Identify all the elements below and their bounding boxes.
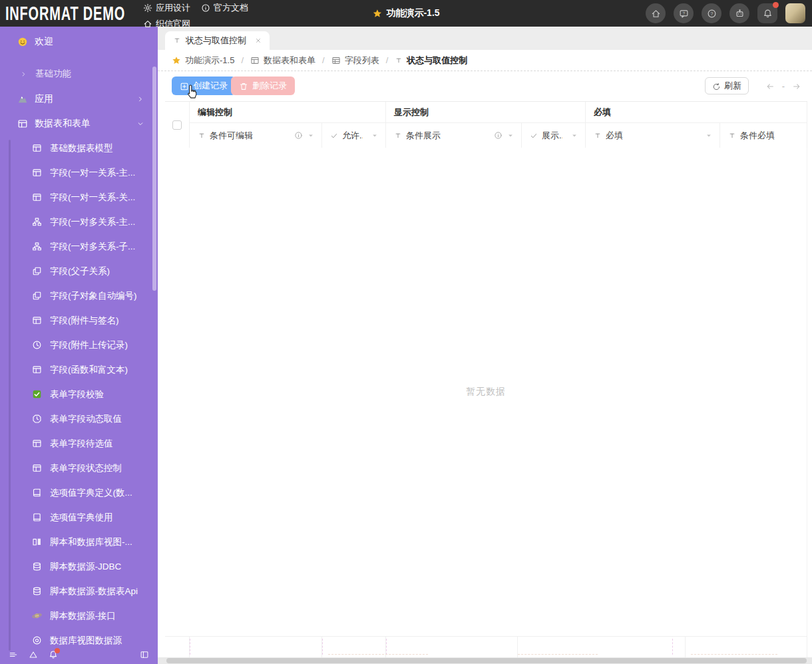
table-icon (32, 143, 42, 153)
prev-page-button[interactable] (765, 82, 775, 91)
sidebar-item-applications[interactable]: 应用 (0, 90, 158, 108)
robot-icon (735, 9, 745, 19)
sidebar-item[interactable]: 字段(一对一关系-关... (0, 185, 158, 210)
column-label: 必填 (606, 130, 623, 142)
sidebar-item[interactable]: 字段(附件上传记录) (0, 333, 158, 357)
nav-label: 官方文档 (214, 2, 248, 14)
delete-record-button[interactable]: 删除记录 (231, 77, 295, 95)
chevron-down-icon (136, 120, 144, 128)
footer-dash-mark (672, 639, 673, 655)
topbar-assistant-button[interactable] (729, 3, 749, 23)
column-filter-button[interactable] (307, 132, 315, 140)
tab-close-button[interactable] (255, 37, 262, 44)
sidebar-scrollbar[interactable] (152, 67, 156, 291)
breadcrumb-item[interactable]: 字段列表 (331, 55, 379, 67)
sidebar-item[interactable]: 字段(一对一关系-主... (0, 160, 158, 185)
sidebar-item[interactable]: 字段(函数和富文本) (0, 357, 158, 382)
column-header[interactable]: 条件展示 (386, 123, 522, 148)
sidebar-item[interactable]: 字段(子对象自动编号) (0, 283, 158, 308)
topbar-help-button[interactable]: ? (702, 3, 721, 23)
sidebar: 欢迎基础功能应用数据表和表单 基础数据表模型字段(一对一关系-主...字段(一对… (0, 27, 158, 664)
sidebar-item[interactable]: 字段(附件与签名) (0, 308, 158, 333)
sidebar-item-label: 脚本数据源-接口 (50, 610, 116, 622)
sidebar-item-welcome[interactable]: 欢迎 (0, 32, 158, 52)
column-header[interactable]: 展示... (522, 123, 586, 148)
sidebar-item[interactable]: 字段(父子关系) (0, 259, 158, 283)
pagination: - (765, 71, 801, 101)
column-label: 展示... (542, 130, 562, 142)
column-header[interactable]: 允许... (322, 123, 386, 148)
topbar-feedback-button[interactable]: ? (674, 3, 694, 23)
sidebar-item[interactable]: 表单字段待选值 (0, 431, 158, 456)
sidebar-bottom-bar (0, 645, 158, 664)
breadcrumb-separator: / (322, 55, 325, 65)
sidebar-item-label: 字段(父子关系) (50, 265, 110, 277)
column-group-row: 编辑控制显示控制必填 (190, 102, 807, 123)
sidebar-item-basic-functions[interactable]: 基础功能 (0, 65, 158, 83)
breadcrumb-item[interactable]: 数据表和表单 (250, 55, 315, 67)
column-filter-button[interactable] (705, 132, 713, 140)
column-info-button[interactable] (294, 131, 303, 140)
column-filter-button[interactable] (371, 132, 379, 140)
topbar-nav-zhixin-website[interactable]: 织信官网 (143, 16, 190, 32)
create-record-button[interactable]: 创建记录 (172, 77, 236, 95)
sidebar-collapse-sidebar-button[interactable] (140, 650, 149, 659)
refresh-button[interactable]: 刷新 (705, 77, 749, 94)
column-filter-button[interactable] (507, 132, 514, 140)
footer-dash-mark (386, 639, 387, 655)
table-icon (17, 118, 28, 129)
tab-status-value-control[interactable]: 状态与取值控制 (165, 31, 270, 50)
breadcrumb-item[interactable]: 状态与取值控制 (395, 55, 467, 67)
select-all-checkbox[interactable] (172, 120, 182, 130)
sidebar-item[interactable]: 表单字段状态控制 (0, 456, 158, 480)
table-footer-cell (190, 637, 322, 657)
sidebar-item[interactable]: 字段(一对多关系-子... (0, 234, 158, 259)
book-icon (32, 488, 42, 498)
records-table-header: 编辑控制显示控制必填 条件可编辑允许...条件展示展示...必填条件必填 (165, 101, 807, 148)
column-label: 条件可编辑 (210, 130, 253, 142)
column-header[interactable]: 条件必填 (720, 123, 807, 148)
topbar-nav-app-design[interactable]: 应用设计 (143, 0, 190, 16)
list-icon (331, 56, 341, 65)
caret-icon (507, 132, 514, 140)
panel-icon (140, 650, 149, 659)
sidebar-item[interactable]: 基础数据表模型 (0, 136, 158, 160)
next-page-button[interactable] (792, 82, 801, 91)
horizontal-scrollbar-thumb[interactable] (166, 658, 807, 663)
sidebar-item[interactable]: 表单字段校验 (0, 382, 158, 407)
sidebar-item-label: 字段(一对一关系-关... (50, 192, 135, 204)
sidebar-item[interactable]: 脚本数据源-接口 (0, 603, 158, 628)
table-icon (32, 463, 42, 473)
breadcrumb-label: 功能演示-1.5 (185, 55, 234, 67)
sidebar-item-label: 表单字段动态取值 (50, 413, 122, 425)
column-header[interactable]: 必填 (586, 123, 720, 148)
breadcrumb-item[interactable]: 功能演示-1.5 (172, 55, 234, 67)
topbar: INFORMAT DEMO 应用设计官方文档织信官网 功能演示-1.5 ?? (0, 0, 812, 27)
topbar-nav-official-docs[interactable]: 官方文档 (201, 0, 248, 16)
sidebar-item-label: 选项值字典使用 (50, 512, 113, 524)
column-header[interactable]: 条件可编辑 (190, 123, 322, 148)
sidebar-menu-button[interactable] (9, 650, 18, 659)
column-info-button[interactable] (494, 131, 503, 140)
sidebar-item[interactable]: 脚本数据源-JDBC (0, 554, 158, 579)
column-filter-button[interactable] (570, 132, 578, 140)
home-icon (651, 9, 661, 19)
sidebar-item[interactable]: 脚本数据源-数据表Api (0, 579, 158, 603)
sidebar-item[interactable]: 选项值字典定义(数... (0, 480, 158, 505)
refresh-icon (712, 83, 721, 91)
user-avatar[interactable] (785, 3, 805, 23)
empty-state-text: 暂无数据 (466, 386, 506, 398)
sidebar-item[interactable]: 表单字段动态取值 (0, 407, 158, 431)
sidebar-alerts-button[interactable] (29, 650, 38, 659)
column-group-header: 必填 (586, 102, 807, 123)
topbar-home-button[interactable] (646, 3, 666, 23)
copy-icon (32, 266, 42, 276)
sidebar-notifications-button[interactable] (49, 650, 58, 659)
sidebar-item-tables-and-forms[interactable]: 数据表和表单 (0, 114, 158, 133)
topbar-notifications-button[interactable] (757, 3, 777, 23)
sidebar-item-label: 表单字段状态控制 (50, 462, 122, 474)
sidebar-item[interactable]: 脚本和数据库视图-... (0, 530, 158, 554)
sidebar-item[interactable]: 字段(一对多关系-主... (0, 210, 158, 234)
sidebar-item[interactable]: 选项值字典使用 (0, 505, 158, 530)
chevron-right-icon (136, 95, 144, 103)
